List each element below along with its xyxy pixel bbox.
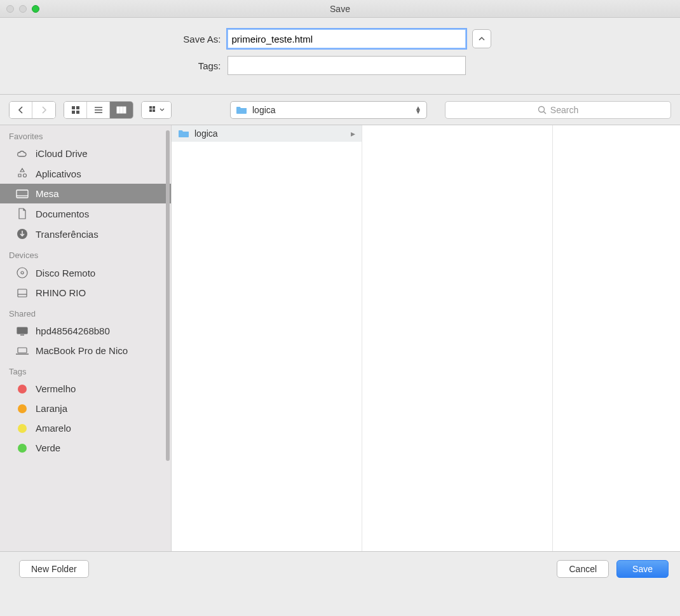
hdd-icon [17, 288, 28, 298]
sidebar-item-label: Mesa [36, 188, 59, 199]
sidebar-tag-yellow[interactable]: Amarelo [0, 418, 171, 438]
save-as-label: Save As: [18, 34, 228, 44]
sidebar-item-label: Amarelo [36, 423, 71, 434]
svg-rect-12 [149, 109, 152, 112]
svg-rect-22 [18, 289, 27, 297]
list-item-label: logica [194, 128, 218, 139]
tag-dot-icon [18, 404, 27, 413]
svg-rect-7 [117, 107, 119, 113]
path-dropdown[interactable]: logica ▲▼ [230, 101, 427, 119]
tag-dot-icon [18, 385, 27, 394]
view-buttons [64, 101, 133, 119]
sidebar-item-documents[interactable]: Documentos [0, 203, 171, 224]
sidebar-tag-green[interactable]: Verde [0, 438, 171, 458]
svg-rect-1 [76, 106, 79, 109]
disc-icon [17, 267, 28, 278]
footer: New Folder Cancel Save [0, 551, 680, 586]
svg-rect-2 [72, 111, 75, 114]
cancel-button[interactable]: Cancel [557, 560, 609, 578]
grid-icon [71, 106, 80, 114]
sidebar-scrollbar[interactable] [166, 130, 170, 461]
group-dropdown[interactable] [141, 101, 172, 119]
chevron-right-icon [40, 106, 48, 114]
svg-rect-26 [18, 348, 27, 353]
svg-rect-0 [72, 106, 75, 109]
list-item[interactable]: logica ▸ [172, 125, 362, 142]
column-2[interactable] [362, 125, 553, 551]
sidebar-item-label: Documentos [36, 209, 89, 219]
sidebar-item-desktop[interactable]: Mesa [0, 184, 171, 203]
favorites-header: Favorites [0, 125, 171, 144]
devices-header: Devices [0, 244, 171, 263]
apps-icon [17, 168, 28, 179]
column-3[interactable] [553, 125, 680, 551]
sidebar-item-label: Verde [36, 442, 60, 453]
window-title: Save [0, 4, 680, 14]
monitor-icon [16, 326, 29, 336]
columns-icon [116, 106, 126, 114]
sidebar-item-label: iCloud Drive [36, 148, 88, 159]
new-folder-button[interactable]: New Folder [19, 560, 89, 578]
sidebar-item-apps[interactable]: Aplicativos [0, 163, 171, 184]
svg-point-16 [24, 174, 27, 177]
sidebar-tag-orange[interactable]: Laranja [0, 399, 171, 418]
sidebar-item-mbp[interactable]: MacBook Pro de Nico [0, 341, 171, 360]
toolbar: logica ▲▼ Search [0, 95, 680, 125]
chevron-right-icon: ▸ [351, 128, 355, 139]
sidebar-item-label: Transferências [36, 229, 99, 240]
search-placeholder: Search [550, 105, 578, 115]
svg-rect-11 [153, 106, 155, 109]
sidebar-item-label: Disco Remoto [36, 268, 95, 278]
search-icon [538, 106, 547, 114]
sidebar-item-icloud[interactable]: iCloud Drive [0, 144, 171, 163]
chevron-up-icon [478, 35, 486, 43]
collapse-button[interactable] [472, 29, 491, 48]
svg-rect-17 [17, 190, 28, 198]
tags-input[interactable] [228, 56, 466, 75]
svg-rect-24 [17, 327, 27, 334]
svg-rect-3 [76, 111, 79, 114]
sidebar-item-downloads[interactable]: Transferências [0, 224, 171, 244]
save-form: Save As: Tags: [0, 18, 680, 95]
path-label: logica [252, 105, 415, 115]
chevron-down-icon [160, 107, 165, 113]
tag-dot-icon [18, 444, 27, 453]
tags-header: Tags [0, 360, 171, 379]
column-view-button[interactable] [110, 102, 133, 118]
svg-rect-9 [123, 107, 126, 113]
list-icon [94, 106, 103, 114]
file-browser: Favorites iCloud Drive Aplicativos Mesa … [0, 125, 680, 551]
titlebar: Save [0, 0, 680, 18]
search-input[interactable]: Search [445, 101, 671, 119]
sidebar-tag-red[interactable]: Vermelho [0, 379, 171, 399]
list-view-button[interactable] [87, 102, 110, 118]
sidebar-item-hpd[interactable]: hpd48564268b80 [0, 321, 171, 341]
cloud-icon [16, 149, 29, 158]
sidebar-item-label: Laranja [36, 403, 67, 414]
sidebar-item-label: RHINO RIO [36, 287, 86, 298]
sidebar-item-rhino[interactable]: RHINO RIO [0, 283, 171, 303]
shared-header: Shared [0, 303, 171, 321]
chevron-left-icon [17, 106, 25, 114]
back-button[interactable] [10, 102, 32, 118]
icon-view-button[interactable] [64, 102, 87, 118]
download-icon [17, 228, 28, 240]
svg-rect-8 [120, 107, 123, 113]
save-as-input[interactable] [228, 29, 466, 48]
nav-buttons [9, 101, 56, 119]
sidebar: Favorites iCloud Drive Aplicativos Mesa … [0, 125, 172, 551]
updown-icon: ▲▼ [415, 106, 421, 114]
svg-point-20 [17, 268, 27, 278]
laptop-icon [15, 346, 29, 355]
svg-rect-13 [153, 109, 155, 112]
column-1[interactable]: logica ▸ [172, 125, 362, 551]
sidebar-item-label: Vermelho [36, 383, 76, 394]
forward-button[interactable] [32, 102, 55, 118]
sidebar-item-label: Aplicativos [36, 168, 81, 179]
save-button[interactable]: Save [616, 560, 669, 578]
svg-point-14 [538, 106, 544, 112]
doc-icon [17, 208, 27, 219]
tag-dot-icon [18, 424, 27, 433]
folder-icon [178, 129, 189, 138]
sidebar-item-remote-disk[interactable]: Disco Remoto [0, 263, 171, 283]
